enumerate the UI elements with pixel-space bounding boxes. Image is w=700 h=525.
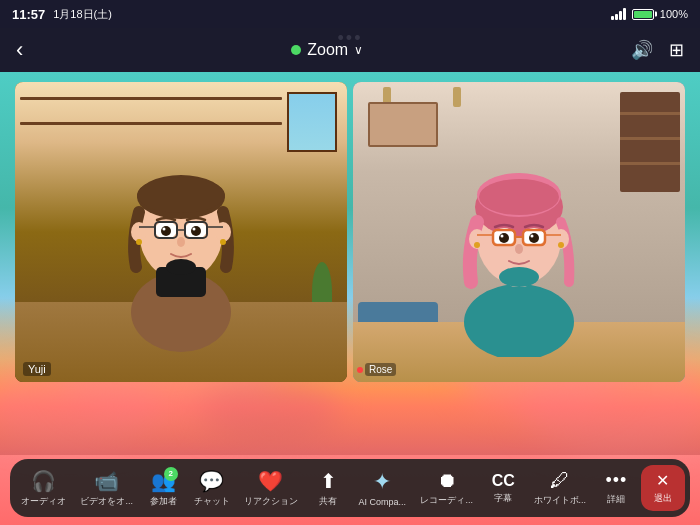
svg-point-10 [191,226,201,236]
svg-point-18 [177,237,185,247]
tool-whiteboard[interactable]: 🖊 ホワイトボ... [528,465,593,511]
record-icon: ⏺ [437,469,457,492]
svg-point-43 [474,242,480,248]
reactions-icon: ❤️ [258,469,283,493]
avatar-rose [439,117,599,357]
participants-label: 参加者 [150,495,177,508]
svg-point-4 [137,177,225,213]
svg-point-12 [193,228,196,231]
battery-percentage: 100% [660,8,688,20]
tool-more[interactable]: ••• 詳細 [594,466,638,510]
tool-captions[interactable]: CC 字幕 [481,468,525,509]
tool-share[interactable]: ⬆ 共有 [306,465,350,512]
zoom-status-dot [291,45,301,55]
tool-leave[interactable]: ✕ 退出 [641,465,685,511]
status-left: 11:57 1月18日(土) [12,7,112,22]
svg-point-36 [531,235,534,238]
top-nav-bar: ‹ Zoom ∨ 🔊 ⊞ [0,28,700,72]
share-label: 共有 [319,495,337,508]
svg-point-19 [136,239,142,245]
tool-reactions[interactable]: ❤️ リアクション [238,465,304,512]
leave-icon: ✕ [656,471,669,490]
tool-audio[interactable]: 🎧 オーディオ [15,465,72,512]
status-right: 100% [611,8,688,20]
reactions-label: リアクション [244,495,298,508]
svg-point-9 [161,226,171,236]
svg-point-35 [501,235,504,238]
chat-icon: 💬 [199,469,224,493]
tool-record[interactable]: ⏺ レコーディ... [414,465,479,511]
svg-point-33 [499,233,509,243]
chevron-down-icon: ∨ [354,43,363,57]
cloud-5 [200,380,340,440]
svg-point-45 [499,267,539,287]
status-time: 11:57 [12,7,45,22]
signal-icon [611,8,626,20]
avatar-yuji [101,112,261,352]
status-date: 1月18日(土) [53,7,112,22]
video-area: Yuji [15,82,685,382]
video-tile-yuji: Yuji [15,82,347,382]
svg-point-34 [529,233,539,243]
audio-label: オーディオ [21,495,66,508]
yuji-window [287,92,337,152]
nav-right-icons: 🔊 ⊞ [631,39,684,61]
leave-label: 退出 [654,492,672,505]
video-icon: 📹 [94,469,119,493]
share-icon: ⬆ [320,469,337,493]
toolbar: 🎧 オーディオ 📹 ビデオをオ... 👥 2 参加者 💬 チャット ❤️ リアク… [10,459,690,517]
grid-icon[interactable]: ⊞ [669,39,684,61]
captions-icon: CC [492,472,515,490]
svg-point-28 [479,179,559,215]
tool-video[interactable]: 📹 ビデオをオ... [74,465,139,512]
zoom-title-area[interactable]: Zoom ∨ [291,41,363,59]
svg-point-44 [558,242,564,248]
more-label: 詳細 [607,493,625,506]
video-label: ビデオをオ... [80,495,133,508]
svg-point-20 [220,239,226,245]
zoom-label: Zoom [307,41,348,59]
tool-chat[interactable]: 💬 チャット [188,465,236,512]
status-bar: 11:57 1月18日(土) 100% [0,0,700,28]
tool-ai[interactable]: ✦ AI Compa... [353,465,413,511]
ai-label: AI Compa... [359,497,407,507]
yuji-name-label: Yuji [23,362,51,376]
chat-label: チャット [194,495,230,508]
video-tile-rose: Rose [353,82,685,382]
rose-mic-indicator: Rose [357,363,396,376]
back-button[interactable]: ‹ [16,37,23,63]
captions-label: 字幕 [494,492,512,505]
whiteboard-label: ホワイトボ... [534,494,587,507]
record-label: レコーディ... [420,494,473,507]
svg-point-11 [163,228,166,231]
svg-point-23 [464,284,574,357]
tool-participants[interactable]: 👥 2 参加者 [141,465,185,512]
battery-icon [632,9,654,20]
audio-icon: 🎧 [31,469,56,493]
svg-point-42 [515,244,523,254]
svg-point-22 [166,259,196,275]
ai-icon: ✦ [373,469,391,495]
more-icon: ••• [605,470,627,491]
participants-badge: 2 [164,467,178,481]
participants-icon: 👥 2 [151,469,176,493]
whiteboard-icon: 🖊 [550,469,570,492]
speaker-icon[interactable]: 🔊 [631,39,653,61]
